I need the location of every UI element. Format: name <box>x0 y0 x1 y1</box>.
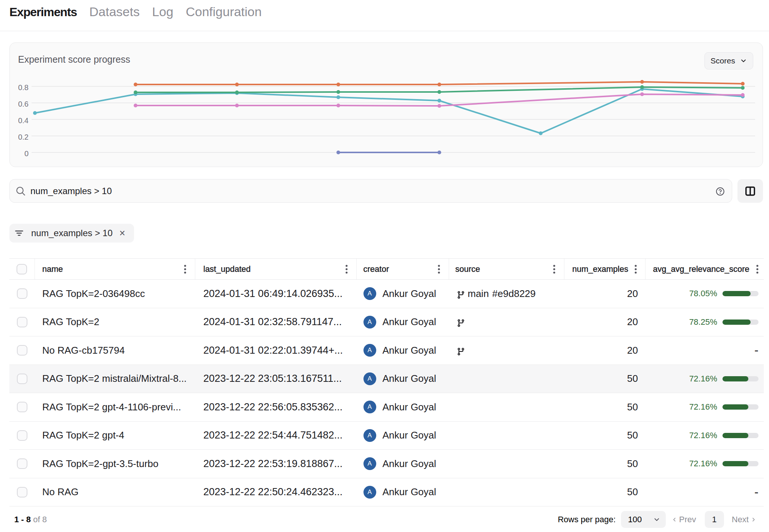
svg-text:0.8: 0.8 <box>18 83 29 92</box>
svg-text:0.2: 0.2 <box>18 133 29 141</box>
svg-text:0: 0 <box>24 149 29 158</box>
svg-text:0.4: 0.4 <box>18 116 29 125</box>
svg-text:0.6: 0.6 <box>18 100 29 108</box>
